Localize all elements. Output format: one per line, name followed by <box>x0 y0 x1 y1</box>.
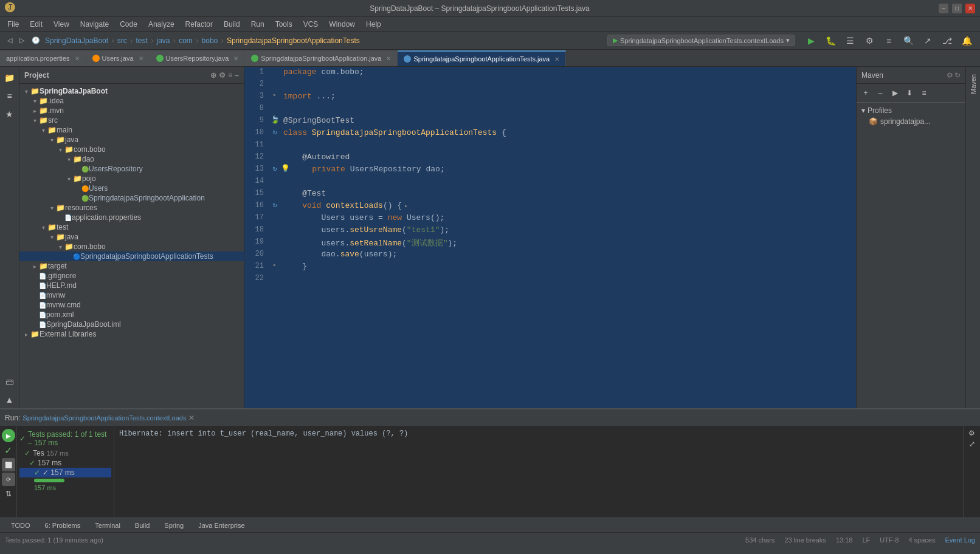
test-child2[interactable]: ✓ ✓ 157 ms <box>19 468 111 477</box>
tree-item-9[interactable]: ▾📁 pojo <box>19 174 244 183</box>
menu-item-navigate[interactable]: Navigate <box>75 19 114 30</box>
breadcrumb-bobo[interactable]: bobo <box>202 36 218 45</box>
share-button[interactable]: ↗ <box>919 32 936 49</box>
line-gutter-9[interactable]: 🍃 <box>269 115 281 125</box>
close-button[interactable]: ✕ <box>965 4 975 13</box>
tree-item-22[interactable]: 📄 mvnw.cmd <box>19 300 244 310</box>
tab-close-4[interactable]: ✕ <box>554 56 559 63</box>
breadcrumb-project[interactable]: SpringDataJpaBoot <box>45 36 108 45</box>
tree-item-2[interactable]: ▸📁 .mvn <box>19 106 244 115</box>
debug-button[interactable]: 🐛 <box>822 32 839 49</box>
tab-close-3[interactable]: ✕ <box>386 55 391 62</box>
maven-profiles-item[interactable]: ▾ Profiles <box>859 105 963 116</box>
run-gutter-icon-13[interactable]: ↻ <box>272 164 277 173</box>
tree-item-0[interactable]: ▾📁 SpringDataJpaBoot <box>19 86 244 96</box>
minimize-button[interactable]: – <box>939 4 948 13</box>
menu-item-refactor[interactable]: Refactor <box>181 19 218 30</box>
project-settings-icon[interactable]: ⚙ <box>219 71 226 80</box>
close-run-tab-icon[interactable]: ✕ <box>188 414 195 422</box>
breadcrumb-java[interactable]: java <box>156 36 170 45</box>
more-button[interactable]: ≡ <box>880 32 897 49</box>
bottom-tab-0[interactable]: TODO <box>5 518 36 533</box>
code-editor[interactable]: 1package com.bobo;23▸import ...;89🍃@Spri… <box>244 67 856 408</box>
maven-remove-icon[interactable]: – <box>874 86 887 100</box>
coverage-button[interactable]: ☰ <box>841 32 858 49</box>
back-button[interactable]: ◁ <box>5 35 15 46</box>
menu-item-analyze[interactable]: Analyze <box>143 19 179 30</box>
tree-item-21[interactable]: 📄 mvnw <box>19 290 244 300</box>
bottom-tab-4[interactable]: Spring <box>158 518 190 533</box>
tree-item-1[interactable]: ▾📁 .idea <box>19 96 244 106</box>
fold-icon-3[interactable]: ▸ <box>273 91 277 98</box>
test-child1[interactable]: ✓ 157 ms <box>19 458 111 468</box>
tree-item-25[interactable]: ▸📁 External Libraries <box>19 329 244 339</box>
line-gutter-3[interactable]: ▸ <box>269 91 281 98</box>
maven-refresh-icon[interactable]: ↻ <box>954 71 961 80</box>
bottom-tab-1[interactable]: 6: Problems <box>39 518 87 533</box>
tree-item-3[interactable]: ▾📁 src <box>19 115 244 125</box>
menu-item-build[interactable]: Build <box>219 19 245 30</box>
breadcrumb-test[interactable]: test <box>136 36 147 45</box>
fold-icon-21[interactable]: ▸ <box>273 261 277 268</box>
tree-item-17[interactable]: 🔵 SpringdatajpaSpringbootApplicationTest… <box>19 251 244 261</box>
line-gutter-21[interactable]: ▸ <box>269 261 281 268</box>
rerun-button[interactable]: ▶ <box>2 429 15 442</box>
tree-item-19[interactable]: 📄 .gitignore <box>19 271 244 281</box>
tree-item-11[interactable]: 🟢 SpringdatajpaSpringbootApplication <box>19 193 244 203</box>
forward-button[interactable]: ▷ <box>17 35 27 46</box>
editor-tab-4[interactable]: SpringdatajpaSpringbootApplicationTests.… <box>398 50 566 66</box>
menu-item-tools[interactable]: Tools <box>271 19 297 30</box>
editor-tab-1[interactable]: Users.java✕ <box>86 50 150 66</box>
menu-item-edit[interactable]: Edit <box>25 19 47 30</box>
menu-item-vcs[interactable]: VCS <box>298 19 323 30</box>
tree-item-4[interactable]: ▾📁 main <box>19 125 244 135</box>
structure-icon[interactable]: ≡ <box>1 87 18 104</box>
run-gutter-icon-16[interactable]: ↻ <box>272 200 277 210</box>
vcs-button[interactable]: ⎇ <box>939 32 956 49</box>
maven-add-icon[interactable]: + <box>859 86 872 100</box>
run-gutter-icon-10[interactable]: ↻ <box>272 128 277 137</box>
maven-project-item[interactable]: 📦 springdatajpa... <box>859 116 963 127</box>
search-everywhere-button[interactable]: 🔍 <box>900 32 917 49</box>
menu-item-window[interactable]: Window <box>324 19 360 30</box>
bottom-tab-2[interactable]: Terminal <box>89 518 126 533</box>
run-config-selector[interactable]: ▶ SpringdatajpaSpringbootApplicationTest… <box>607 35 795 46</box>
maximize-button[interactable]: □ <box>952 4 962 13</box>
tree-item-18[interactable]: ▸📁 target <box>19 261 244 271</box>
expand-icon[interactable]: ⤢ <box>969 440 975 448</box>
editor-tab-0[interactable]: application.properties✕ <box>0 50 86 66</box>
tree-item-20[interactable]: 📄 HELP.md <box>19 281 244 290</box>
test-tree-root[interactable]: ✓ Tes 157 ms <box>19 448 111 458</box>
tree-item-12[interactable]: ▾📁 resources <box>19 203 244 213</box>
maven-vtab-label[interactable]: Maven <box>968 69 978 99</box>
sort-icon[interactable]: ⇅ <box>2 487 15 501</box>
menu-item-run[interactable]: Run <box>246 19 269 30</box>
tree-item-23[interactable]: 📄 pom.xml <box>19 310 244 320</box>
project-collapse-icon[interactable]: – <box>235 71 239 80</box>
maven-run-icon[interactable]: ▶ <box>888 86 902 100</box>
menu-item-help[interactable]: Help <box>361 19 386 30</box>
tree-item-5[interactable]: ▾📁 java <box>19 135 244 145</box>
status-event-log[interactable]: Event Log <box>945 536 975 544</box>
line-gutter-16[interactable]: ↻ <box>269 200 281 210</box>
fold-icon-inline-16[interactable]: ▸ <box>404 203 408 210</box>
tree-item-7[interactable]: ▾📁 dao <box>19 154 244 164</box>
editor-tab-3[interactable]: SpringdatajpaSpringbootApplication.java✕ <box>245 50 398 66</box>
favorites-icon[interactable]: ★ <box>1 106 18 123</box>
settings-button[interactable]: ⚙ <box>861 32 878 49</box>
stop-button[interactable]: ⬜ <box>2 458 15 471</box>
tab-close-1[interactable]: ✕ <box>139 55 143 62</box>
recent-files-button[interactable]: 🕐 <box>29 35 43 46</box>
run-button[interactable]: ▶ <box>802 32 820 49</box>
tree-item-14[interactable]: ▾📁 test <box>19 222 244 232</box>
bottom-tab-5[interactable]: Java Enterprise <box>192 518 250 533</box>
run-config-bottom[interactable]: SpringdatajpaSpringbootApplicationTests.… <box>22 414 186 422</box>
line-gutter-13[interactable]: ↻ <box>269 164 281 173</box>
tab-close-2[interactable]: ✕ <box>233 55 238 62</box>
rerun-failed-button[interactable]: ⟳ <box>2 473 15 486</box>
project-gear-icon[interactable]: ≡ <box>228 71 232 80</box>
terminal-icon[interactable]: ▲ <box>1 391 18 408</box>
menu-item-file[interactable]: File <box>2 19 24 30</box>
menu-item-code[interactable]: Code <box>115 19 142 30</box>
tree-item-13[interactable]: 📄 application.properties <box>19 213 244 222</box>
